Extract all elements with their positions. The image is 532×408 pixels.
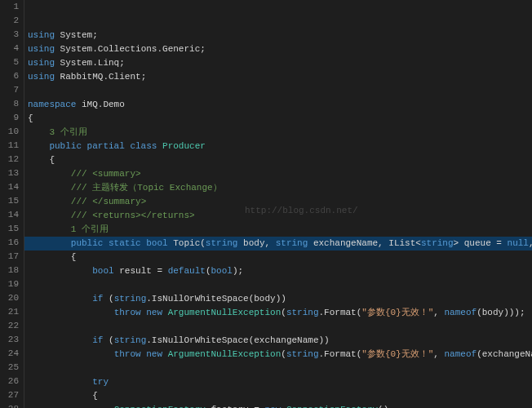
line-number: 1 [3, 0, 19, 14]
line-number: 21 [3, 305, 19, 319]
line-number: 6 [3, 69, 19, 83]
line-number: 4 [3, 42, 19, 55]
line-number: 11 [3, 139, 19, 153]
code-line[interactable]: using RabbitMQ.Client; [28, 70, 532, 84]
line-number: 5 [3, 55, 19, 69]
line-number: 22 [3, 319, 19, 333]
code-line[interactable] [28, 278, 532, 292]
code-line[interactable]: bool result = default(bool); [28, 264, 532, 278]
code-line[interactable]: 1 个引用 [28, 223, 532, 237]
code-line[interactable]: public static bool Topic(string body, st… [24, 237, 532, 251]
code-line[interactable]: 3 个引用 [28, 126, 532, 140]
code-line[interactable]: /// 主题转发（Topic Exchange） [28, 181, 532, 195]
code-line[interactable]: namespace iMQ.Demo [28, 98, 532, 112]
code-line[interactable]: if (string.IsNullOrWhiteSpace(body)) [28, 292, 532, 306]
line-number: 19 [3, 277, 19, 291]
code-line[interactable]: try [28, 375, 532, 389]
line-number: 2 [3, 14, 19, 28]
line-number: 10 [3, 125, 19, 139]
line-number: 3 [3, 28, 19, 42]
code-line[interactable]: using System.Linq; [28, 56, 532, 70]
code-line[interactable]: public partial class Producer [28, 140, 532, 153]
line-number: 25 [3, 361, 19, 375]
code-line[interactable]: { [28, 153, 532, 167]
code-line[interactable]: using System.Collections.Generic; [28, 42, 532, 56]
line-number: 14 [3, 180, 19, 194]
code-editor[interactable]: http://blog.csdn.net/ using System;using… [24, 0, 532, 408]
code-line[interactable]: { [28, 251, 532, 264]
line-number: 18 [3, 264, 19, 277]
line-number: 23 [3, 333, 19, 347]
line-number: 8 [3, 97, 19, 111]
line-number: 24 [3, 347, 19, 361]
line-number: 7 [3, 83, 19, 97]
code-line[interactable]: ConnectionFactory factory = new Connecti… [28, 403, 532, 408]
line-number: 17 [3, 250, 19, 264]
line-number: 15 [3, 222, 19, 236]
line-number: 27 [3, 388, 19, 402]
line-number: 13 [3, 166, 19, 180]
line-number: 14 [3, 208, 19, 222]
code-line[interactable] [28, 320, 532, 334]
line-number: 12 [3, 153, 19, 166]
code-line[interactable]: /// <summary> [28, 167, 532, 181]
line-number-gutter: 1234567891011121314151415161718192021222… [0, 0, 24, 408]
line-number: 16 [3, 236, 19, 250]
line-number: 20 [3, 291, 19, 305]
code-line[interactable]: /// </summary> [28, 195, 532, 209]
code-line[interactable]: throw new ArgumentNullException(string.F… [28, 306, 532, 320]
code-line[interactable]: throw new ArgumentNullException(string.F… [28, 348, 532, 361]
line-number: 9 [3, 111, 19, 125]
line-number: 28 [3, 402, 19, 408]
code-line[interactable]: { [28, 112, 532, 126]
code-line[interactable] [28, 84, 532, 98]
code-line[interactable]: /// <returns></returns> [28, 209, 532, 223]
code-line[interactable]: { [28, 389, 532, 403]
code-line[interactable] [28, 361, 532, 375]
line-number: 26 [3, 375, 19, 388]
line-number: 15 [3, 194, 19, 208]
code-line[interactable]: using System; [28, 29, 532, 42]
code-line[interactable]: if (string.IsNullOrWhiteSpace(exchangeNa… [28, 334, 532, 348]
